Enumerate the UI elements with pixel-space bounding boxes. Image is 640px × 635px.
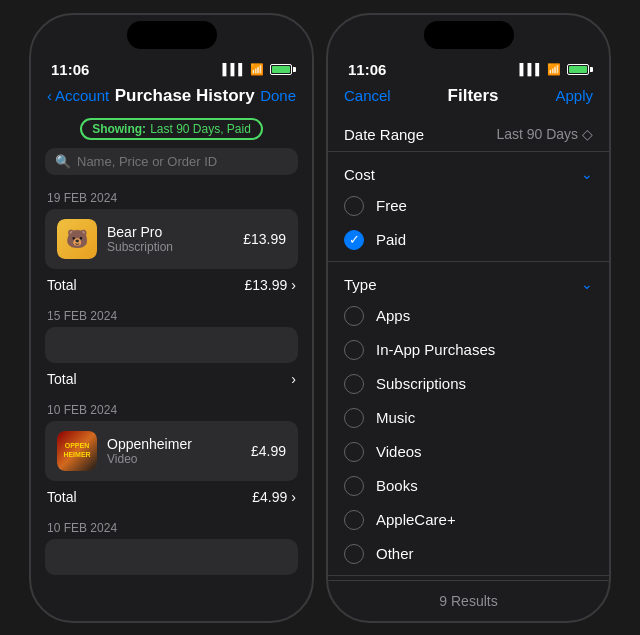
signal-icon-left: ▌▌▌ xyxy=(223,63,246,75)
type-group-header[interactable]: Type ⌄ xyxy=(328,266,609,299)
results-bar: 9 Results xyxy=(328,580,609,621)
chevron-left-icon: ‹ xyxy=(47,87,52,104)
type-option-books[interactable]: Books xyxy=(328,469,609,503)
cost-group: Cost ⌄ Free ✓ Paid xyxy=(328,152,609,262)
battery-icon-right xyxy=(567,64,589,75)
total-chevron-3 xyxy=(291,489,296,505)
total-value-3: £4.99 xyxy=(252,489,287,505)
type-option-music[interactable]: Music xyxy=(328,401,609,435)
music-label: Music xyxy=(376,409,415,426)
battery-icon-left xyxy=(270,64,292,75)
signal-icon-right: ▌▌▌ xyxy=(520,63,543,75)
total-row-2: Total xyxy=(31,365,312,395)
status-bar-left: 11:06 ▌▌▌ 📶 xyxy=(31,49,312,82)
cost-option-free[interactable]: Free xyxy=(328,189,609,223)
inapp-radio[interactable] xyxy=(344,340,364,360)
status-icons-left: ▌▌▌ 📶 xyxy=(223,63,292,76)
search-input[interactable] xyxy=(77,154,288,169)
videos-label: Videos xyxy=(376,443,422,460)
subscriptions-label: Subscriptions xyxy=(376,375,466,392)
total-amount-3[interactable]: £4.99 xyxy=(252,489,296,505)
filter-badge-wrap: Showing: Last 90 Days, Paid xyxy=(31,114,312,146)
opp-type: Video xyxy=(107,452,241,466)
filter-badge-label: Showing: xyxy=(92,122,146,136)
cost-option-paid[interactable]: ✓ Paid xyxy=(328,223,609,257)
purchase-list: 19 FEB 2024 🐻 Bear Pro Subscription £13.… xyxy=(31,183,312,621)
page-title-left: Purchase History xyxy=(115,86,255,106)
filter-badge[interactable]: Showing: Last 90 Days, Paid xyxy=(80,118,263,140)
cost-label: Cost xyxy=(344,166,375,183)
total-label-1: Total xyxy=(47,277,77,293)
bear-pro-icon: 🐻 xyxy=(57,219,97,259)
cost-group-header[interactable]: Cost ⌄ xyxy=(328,156,609,189)
date-range-row[interactable]: Date Range Last 90 Days ◇ xyxy=(328,114,609,152)
opp-name: Oppenheimer xyxy=(107,436,241,452)
other-label: Other xyxy=(376,545,414,562)
videos-radio[interactable] xyxy=(344,442,364,462)
time-right: 11:06 xyxy=(348,61,386,78)
right-phone: 11:06 ▌▌▌ 📶 Cancel Filters Apply Date Ra… xyxy=(326,13,611,623)
type-label: Type xyxy=(344,276,377,293)
empty-section-1 xyxy=(45,327,298,363)
total-amount-2[interactable] xyxy=(291,371,296,387)
total-row-3: Total £4.99 xyxy=(31,483,312,513)
type-option-other[interactable]: Other xyxy=(328,537,609,571)
books-label: Books xyxy=(376,477,418,494)
apps-radio[interactable] xyxy=(344,306,364,326)
oppenheimer-icon: OPPENHEIMER xyxy=(57,431,97,471)
apply-button[interactable]: Apply xyxy=(555,87,593,104)
free-radio[interactable] xyxy=(344,196,364,216)
subscriptions-radio[interactable] xyxy=(344,374,364,394)
filter-badge-value: Last 90 Days, Paid xyxy=(150,122,251,136)
music-radio[interactable] xyxy=(344,408,364,428)
type-option-subscriptions[interactable]: Subscriptions xyxy=(328,367,609,401)
wifi-icon-right: 📶 xyxy=(547,63,561,76)
bear-pro-info: Bear Pro Subscription xyxy=(107,224,233,254)
wifi-icon-left: 📶 xyxy=(250,63,264,76)
paid-label: Paid xyxy=(376,231,406,248)
type-chevron-icon: ⌄ xyxy=(581,276,593,292)
total-value-1: £13.99 xyxy=(245,277,288,293)
bear-pro-price: £13.99 xyxy=(243,231,286,247)
total-chevron-2 xyxy=(291,371,296,387)
time-left: 11:06 xyxy=(51,61,89,78)
filters-content: Date Range Last 90 Days ◇ Cost ⌄ Free ✓ … xyxy=(328,114,609,621)
cancel-button[interactable]: Cancel xyxy=(344,87,391,104)
bear-pro-name: Bear Pro xyxy=(107,224,233,240)
type-group: Type ⌄ Apps In-App Purchases Subscriptio… xyxy=(328,262,609,576)
date-range-label: Date Range xyxy=(344,126,424,143)
bear-pro-type: Subscription xyxy=(107,240,233,254)
type-option-inapp[interactable]: In-App Purchases xyxy=(328,333,609,367)
date-range-value: Last 90 Days ◇ xyxy=(496,126,593,142)
total-label-2: Total xyxy=(47,371,77,387)
back-button[interactable]: ‹ Account xyxy=(47,87,109,104)
applecare-label: AppleCare+ xyxy=(376,511,456,528)
purchase-item-bear[interactable]: 🐻 Bear Pro Subscription £13.99 xyxy=(45,209,298,269)
status-icons-right: ▌▌▌ 📶 xyxy=(520,63,589,76)
total-amount-1[interactable]: £13.99 xyxy=(245,277,297,293)
search-bar[interactable]: 🔍 xyxy=(45,148,298,175)
nav-bar-left: ‹ Account Purchase History Done xyxy=(31,82,312,114)
inapp-label: In-App Purchases xyxy=(376,341,495,358)
applecare-radio[interactable] xyxy=(344,510,364,530)
dynamic-island-right xyxy=(424,21,514,49)
purchase-item-opp[interactable]: OPPENHEIMER Oppenheimer Video £4.99 xyxy=(45,421,298,481)
date-header-3: 10 FEB 2024 xyxy=(31,395,312,421)
total-label-3: Total xyxy=(47,489,77,505)
status-bar-right: 11:06 ▌▌▌ 📶 xyxy=(328,49,609,82)
type-option-applecare[interactable]: AppleCare+ xyxy=(328,503,609,537)
done-button[interactable]: Done xyxy=(260,87,296,104)
search-icon: 🔍 xyxy=(55,154,71,169)
other-radio[interactable] xyxy=(344,544,364,564)
date-header-4: 10 FEB 2024 xyxy=(31,513,312,539)
date-header-2: 15 FEB 2024 xyxy=(31,301,312,327)
type-option-apps[interactable]: Apps xyxy=(328,299,609,333)
paid-radio[interactable]: ✓ xyxy=(344,230,364,250)
total-row-1: Total £13.99 xyxy=(31,271,312,301)
nav-bar-right: Cancel Filters Apply xyxy=(328,82,609,114)
date-header-1: 19 FEB 2024 xyxy=(31,183,312,209)
results-count: 9 Results xyxy=(439,593,497,609)
opp-price: £4.99 xyxy=(251,443,286,459)
books-radio[interactable] xyxy=(344,476,364,496)
type-option-videos[interactable]: Videos xyxy=(328,435,609,469)
